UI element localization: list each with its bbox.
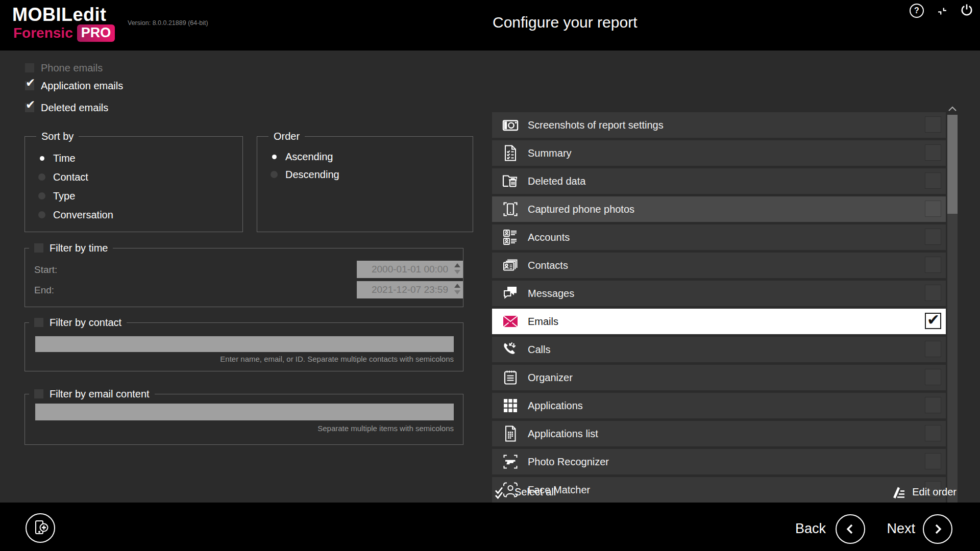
help-icon[interactable]: ? (910, 4, 924, 18)
power-icon[interactable] (959, 3, 974, 20)
report-item-label: Deleted data (528, 176, 585, 187)
report-item-face-matcher[interactable]: Face Matcher (492, 477, 946, 503)
content-area: Phone emails Application emails Deleted … (0, 51, 980, 503)
checkbox-box[interactable] (25, 103, 34, 112)
spin-up-icon (454, 263, 460, 267)
report-item-label: Applications (528, 400, 583, 412)
report-item-checkbox[interactable] (925, 229, 941, 245)
version-text: Version: 8.0.0.21889 (64-bit) (128, 19, 208, 27)
select-all-button[interactable]: Select all (493, 483, 556, 501)
back-button[interactable] (836, 514, 865, 544)
app-logo: MOBILedit (12, 4, 106, 26)
report-item-label: Photo Recognizer (528, 456, 609, 468)
contacts-icon (501, 256, 520, 275)
report-item-summary[interactable]: Summary (492, 140, 946, 166)
camera-icon (501, 115, 520, 135)
report-item-calls[interactable]: Calls (492, 337, 946, 362)
phone-emails-checkbox[interactable]: Phone emails (25, 62, 103, 73)
radio-dot[interactable] (271, 153, 278, 160)
order-legend: Order (268, 130, 305, 142)
connect-phone-button[interactable] (26, 513, 55, 543)
report-item-emails[interactable]: Emails (492, 309, 946, 334)
content-filter-hint: Separate multiple items with semicolons (35, 424, 454, 433)
radio-dot[interactable] (38, 211, 45, 218)
report-item-applications[interactable]: Applications (492, 393, 946, 418)
gun-recognizer-icon (501, 452, 520, 471)
messages-icon (501, 284, 520, 303)
contact-filter-hint: Enter name, email, or ID. Separate multi… (35, 355, 454, 363)
report-item-checkbox[interactable] (925, 257, 941, 273)
radio-sort-contact[interactable]: Contact (38, 171, 88, 183)
radio-dot[interactable] (38, 155, 45, 162)
radio-order-descending[interactable]: Descending (271, 169, 339, 180)
report-item-organizer[interactable]: Organizer (492, 365, 946, 390)
report-item-checkbox[interactable] (925, 341, 941, 357)
resize-icon[interactable] (936, 5, 949, 20)
filter-contact-checkbox[interactable] (34, 318, 43, 327)
report-item-checkbox[interactable] (925, 172, 941, 189)
double-check-icon (493, 484, 508, 499)
organizer-icon (501, 368, 520, 387)
report-item-checkbox[interactable] (925, 425, 941, 441)
report-item-checkbox[interactable] (925, 116, 941, 133)
report-item-applications-list[interactable]: Applications list (492, 421, 946, 446)
radio-sort-type[interactable]: Type (38, 190, 75, 202)
edit-order-button[interactable]: Edit order (891, 483, 957, 501)
report-item-label: Emails (528, 316, 558, 328)
back-label[interactable]: Back (783, 521, 826, 537)
apps-grid-icon (501, 396, 520, 415)
mobiledit-window: MOBILedit Forensic PRO Version: 8.0.0.21… (0, 0, 980, 551)
report-item-checkbox[interactable] (925, 313, 941, 329)
start-date-input[interactable]: 2000-01-01 00:00 (357, 261, 463, 278)
report-item-checkbox[interactable] (925, 285, 941, 301)
footer-bar: Back Next (0, 503, 980, 551)
deleted-emails-checkbox[interactable]: Deleted emails (25, 102, 108, 113)
report-item-label: Organizer (528, 372, 573, 384)
next-button[interactable] (923, 514, 952, 544)
scrollbar-thumb[interactable] (947, 115, 958, 214)
filter-by-time-group: Filter by time Start: 2000-01-01 00:00 E… (24, 248, 463, 307)
radio-order-ascending[interactable]: Ascending (271, 151, 333, 162)
end-date-spinner[interactable] (454, 284, 460, 294)
report-item-label: Contacts (528, 260, 568, 271)
filter-time-checkbox[interactable] (34, 243, 43, 253)
report-item-checkbox[interactable] (925, 144, 941, 161)
next-label[interactable]: Next (872, 521, 915, 537)
filter-by-content-group: Filter by email content Separate multipl… (24, 394, 463, 445)
report-item-messages[interactable]: Messages (492, 281, 946, 306)
start-date-spinner[interactable] (454, 263, 460, 274)
checkbox-box[interactable] (25, 81, 34, 90)
end-date-input[interactable]: 2021-12-07 23:59 (357, 281, 463, 298)
radio-sort-conversation[interactable]: Conversation (38, 209, 113, 220)
report-item-checkbox[interactable] (925, 201, 941, 217)
report-item-label: Applications list (528, 428, 598, 440)
contact-filter-input[interactable] (35, 336, 454, 352)
accounts-icon (501, 228, 520, 247)
report-item-photo-recognizer[interactable]: Photo Recognizer (492, 449, 946, 474)
filter-content-checkbox[interactable] (34, 389, 43, 398)
report-item-captured-phone-photos[interactable]: Captured phone photos (492, 196, 946, 222)
report-item-checkbox[interactable] (925, 453, 941, 469)
radio-dot[interactable] (271, 171, 278, 178)
content-filter-input[interactable] (35, 404, 454, 420)
report-item-label: Screenshots of report settings (528, 119, 664, 131)
start-label: Start: (34, 264, 57, 276)
select-all-label: Select all (514, 486, 556, 498)
report-item-checkbox[interactable] (925, 369, 941, 385)
deleted-data-icon (501, 171, 520, 191)
scroll-up-icon[interactable] (947, 105, 958, 112)
report-item-accounts[interactable]: Accounts (492, 224, 946, 250)
report-item-contacts[interactable]: Contacts (492, 253, 946, 278)
report-item-screenshots[interactable]: Screenshots of report settings (492, 112, 946, 138)
scrollbar-track[interactable] (947, 115, 958, 527)
radio-dot[interactable] (38, 173, 45, 181)
radio-sort-time[interactable]: Time (38, 153, 76, 164)
report-item-deleted-data[interactable]: Deleted data (492, 168, 946, 194)
radio-dot[interactable] (38, 192, 45, 199)
checkbox-box[interactable] (25, 63, 34, 72)
spin-up-icon (454, 284, 460, 288)
spin-down-icon (454, 270, 460, 274)
report-item-checkbox[interactable] (925, 397, 941, 413)
spin-down-icon (454, 290, 460, 294)
application-emails-checkbox[interactable]: Application emails (25, 80, 123, 91)
